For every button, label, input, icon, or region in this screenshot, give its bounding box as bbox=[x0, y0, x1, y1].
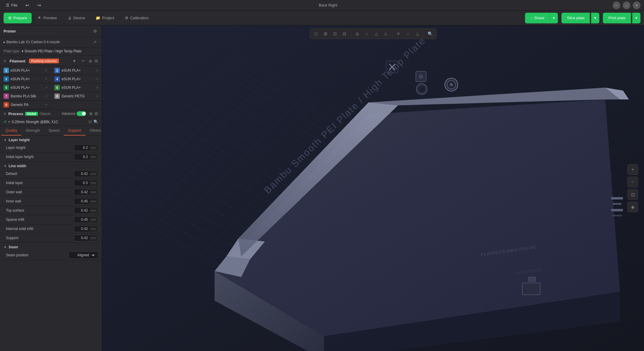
setting-input[interactable] bbox=[74, 154, 90, 160]
vt-cube-btn[interactable]: ⬡ bbox=[312, 30, 321, 38]
filament-item-edit-button[interactable]: ↗ bbox=[96, 86, 98, 90]
setting-input[interactable] bbox=[74, 235, 90, 241]
setting-input[interactable] bbox=[74, 145, 90, 151]
filament-item-edit-button[interactable]: ↗ bbox=[96, 69, 98, 73]
calibration-label: Calibration bbox=[130, 16, 149, 20]
filament-number: 9 bbox=[4, 102, 9, 107]
setting-unit: mm bbox=[90, 180, 98, 186]
filament-item[interactable]: 3 eSUN PLA+ ↗ bbox=[0, 75, 51, 83]
slice-dropdown-button[interactable]: ▾ bbox=[591, 13, 599, 23]
filament-number: 2 bbox=[54, 68, 60, 73]
objects-tag[interactable]: Objects bbox=[40, 112, 51, 115]
filament-item[interactable]: 7 Bambu PLA Silk ↗ bbox=[0, 92, 51, 101]
setting-input[interactable] bbox=[74, 180, 90, 186]
filament-item-edit-button[interactable]: ↗ bbox=[45, 69, 47, 73]
filament-item[interactable]: 6 eSUN PLA+ ↗ bbox=[51, 83, 102, 92]
rt-zoom-out-button[interactable]: − bbox=[627, 177, 638, 187]
vt-orient-btn[interactable]: ◎ bbox=[353, 30, 362, 38]
close-button[interactable]: ✕ bbox=[633, 1, 640, 9]
vt-circle-btn[interactable]: ○ bbox=[403, 30, 412, 38]
vt-cut-btn[interactable]: ○ bbox=[362, 30, 371, 38]
setting-label: Seam position bbox=[6, 253, 69, 257]
process-section-title: Process bbox=[8, 112, 23, 116]
preview-tab[interactable]: 👁 Preview bbox=[33, 13, 62, 23]
vt-grid-btn[interactable]: ⊞ bbox=[321, 30, 330, 38]
vt-triangle-btn[interactable]: △ bbox=[413, 30, 422, 38]
setting-input[interactable] bbox=[74, 198, 90, 204]
share-dropdown-button[interactable]: ▾ bbox=[550, 13, 558, 23]
filament-remove-button[interactable]: − bbox=[80, 58, 86, 64]
project-label: Project bbox=[102, 16, 114, 20]
maximize-button[interactable]: □ bbox=[623, 1, 630, 9]
filament-item[interactable]: 9 Generic PA ↗ bbox=[0, 101, 51, 109]
tab-support[interactable]: Support bbox=[64, 126, 86, 136]
filament-item-edit-button[interactable]: ↗ bbox=[45, 103, 47, 107]
printer-name[interactable]: ▸ Bambu Lab X1 Carbon 0.4 nozzle ↗ bbox=[4, 39, 98, 45]
filament-item[interactable]: 2 eSUN PLA+ ↗ bbox=[51, 66, 102, 75]
filament-item[interactable]: 5 eSUN PLA+ ↗ bbox=[0, 83, 51, 92]
tab-speed[interactable]: Speed bbox=[44, 126, 64, 136]
process-settings-button[interactable]: ⚙ bbox=[94, 111, 98, 116]
profile-save-button[interactable]: ⊞ bbox=[88, 120, 92, 124]
setting-unit: mm bbox=[90, 189, 98, 195]
filament-item[interactable]: 8 Generic PETG ↗ bbox=[51, 92, 102, 101]
rt-fit-button[interactable]: ⊡ bbox=[627, 189, 638, 200]
setting-input[interactable] bbox=[74, 207, 90, 213]
vt-preview-btn[interactable]: 🔍 bbox=[426, 30, 434, 38]
process-copy-button[interactable]: ⊕ bbox=[89, 111, 93, 116]
calibration-tab[interactable]: ⚙ Calibration bbox=[120, 13, 153, 23]
vt-divider-3 bbox=[424, 31, 424, 37]
vt-close-btn[interactable]: ✕ bbox=[394, 30, 403, 38]
vt-support-btn[interactable]: △ bbox=[372, 30, 381, 38]
project-tab[interactable]: 📁 Project bbox=[91, 13, 119, 23]
setting-input[interactable] bbox=[74, 226, 90, 232]
print-dropdown-button[interactable]: ▾ bbox=[632, 13, 640, 23]
setting-input-group: mm bbox=[74, 226, 98, 232]
tab-strength[interactable]: Strength bbox=[21, 126, 44, 136]
plate-type-row: Plate type ▾ Smooth PEI Plate / High Tem… bbox=[0, 48, 102, 56]
filament-add-button[interactable]: + bbox=[71, 58, 78, 64]
filament-item[interactable]: 1 eSUN PLA+ ↗ bbox=[0, 66, 51, 75]
tab-quality[interactable]: Quality bbox=[1, 126, 21, 136]
filament-item-edit-button[interactable]: ↗ bbox=[45, 86, 47, 90]
filament-item-edit-button[interactable]: ↗ bbox=[45, 94, 47, 98]
filament-item[interactable]: 4 eSUN PLA+ ↗ bbox=[51, 75, 102, 83]
rt-perspective-button[interactable]: ◈ bbox=[627, 202, 638, 212]
printer-settings-button[interactable]: ⚙ bbox=[92, 28, 98, 34]
share-button[interactable]: ↑ Share bbox=[525, 13, 550, 23]
plate-type-label: Plate type bbox=[4, 49, 19, 53]
plate-type-value: ▾ Smooth PEI Plate / High Temp Plate bbox=[22, 49, 81, 53]
setting-input-group: Aligned Random Nearest Rear bbox=[69, 252, 98, 259]
rt-zoom-in-button[interactable]: + bbox=[627, 164, 638, 175]
filament-settings-button[interactable]: ⚙ bbox=[94, 59, 98, 63]
file-menu[interactable]: ☰ File bbox=[4, 2, 20, 9]
setting-row: Initial layer mm bbox=[0, 178, 102, 188]
setting-input[interactable] bbox=[74, 217, 90, 223]
profile-search-button[interactable]: 🔍 bbox=[94, 120, 98, 124]
device-tab[interactable]: 🖨 Device bbox=[63, 13, 90, 23]
svg-text:⊙: ⊙ bbox=[419, 73, 423, 79]
advance-toggle[interactable] bbox=[77, 111, 86, 116]
slice-button[interactable]: Slice plate bbox=[561, 13, 590, 23]
filament-item-name: eSUN PLA+ bbox=[62, 86, 94, 90]
profile-name[interactable]: 0.20mm Strength @BBL X1C bbox=[12, 120, 87, 124]
minimize-button[interactable]: — bbox=[613, 1, 620, 9]
vt-arrange-btn[interactable]: ⊡ bbox=[331, 30, 339, 38]
printer-edit-button[interactable]: ↗ bbox=[92, 39, 98, 45]
vt-seam-btn[interactable]: ◇ bbox=[381, 30, 390, 38]
filament-item-edit-button[interactable]: ↗ bbox=[96, 77, 98, 81]
filament-item-edit-button[interactable]: ↗ bbox=[96, 94, 98, 98]
print-button[interactable]: Print plate bbox=[603, 13, 631, 23]
undo-button[interactable]: ↩ bbox=[23, 1, 32, 9]
redo-button[interactable]: ↪ bbox=[35, 1, 44, 9]
seam-position-select[interactable]: Aligned Random Nearest Rear bbox=[69, 252, 96, 258]
filament-item-edit-button[interactable]: ↗ bbox=[45, 77, 47, 81]
tab-others[interactable]: Others bbox=[86, 126, 102, 136]
vt-layer-btn[interactable]: ⊟ bbox=[340, 30, 349, 38]
filament-copy-button[interactable]: ⊕ bbox=[89, 59, 92, 63]
setting-input[interactable] bbox=[74, 171, 90, 177]
setting-input[interactable] bbox=[74, 189, 90, 195]
quality-tabs: Quality Strength Speed Support Others bbox=[0, 126, 102, 136]
flushing-volumes-button[interactable]: Flushing volumes bbox=[29, 59, 59, 63]
prepare-tab[interactable]: ⊞ Prepare bbox=[4, 13, 32, 23]
